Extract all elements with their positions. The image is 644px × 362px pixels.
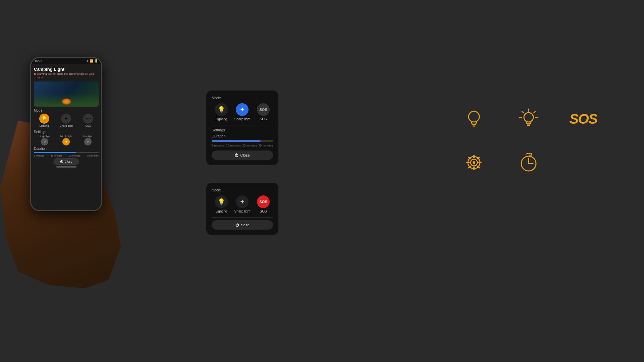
svg-line-6: [522, 111, 524, 113]
clock-duration-icon: [517, 151, 540, 174]
setting-low[interactable]: Low light ○: [77, 135, 99, 145]
popup-top-divider: [212, 125, 273, 125]
popup-top-sharp-icon: ✦: [236, 103, 249, 116]
phone-settings-label: Settings: [34, 130, 99, 134]
middle-label: Middle light: [60, 135, 72, 137]
height-label: Height light: [39, 135, 51, 137]
popup-top-sos-icon: SOS: [257, 103, 270, 116]
warning-text: Warning: Do not shine the camping light …: [37, 72, 99, 79]
phone-device: 16:20 ▾ 📶 🔋 Camping Light Warning: Do no…: [30, 57, 102, 211]
sharp-icon-circle: ✦: [61, 114, 71, 124]
popup-bottom-mode-row: 💡 Lighting ✦ Sharp light SOS SOS: [212, 195, 273, 213]
popup-bottom-sos[interactable]: SOS SOS: [257, 195, 270, 213]
phone-app-title: Camping Light: [34, 67, 99, 72]
popup-top-power-icon: ⏻: [235, 153, 238, 157]
lighting-label: Lighting: [40, 124, 49, 127]
low-knob[interactable]: ○: [84, 138, 92, 145]
popup-top-bar-track[interactable]: [212, 140, 273, 142]
popup-bottom-mode-label: mode: [212, 188, 273, 192]
popup-top-duration-label: Duration: [212, 134, 273, 138]
popup-top-lighting-label: Lighting: [215, 117, 227, 121]
sharp-label: Sharp light: [60, 124, 72, 127]
middle-knob[interactable]: ●: [62, 138, 70, 145]
warning-dot: [34, 73, 36, 75]
phone-warning-area: Warning: Do not shine the camping light …: [34, 72, 99, 79]
popup-top-sharp[interactable]: ✦ Sharp light: [234, 103, 251, 121]
popup-top-mode-row: 💡 Lighting ✦ Sharp light SOS SOS: [212, 103, 273, 121]
low-label: Low light: [83, 135, 93, 137]
popup-top-close-button[interactable]: ⏻ Close: [212, 150, 273, 160]
phone-settings-row: Height light ○ Middle light ● Low light …: [34, 135, 99, 145]
popup-top-settings-label: Settings: [212, 128, 273, 132]
popup-bottom-divider: [212, 217, 273, 218]
svg-line-4: [534, 111, 535, 113]
phone-home-bar: [56, 166, 76, 168]
phone-status-icons: ▾ 📶 🔋: [87, 59, 98, 63]
phone-time: 16:20: [35, 59, 42, 63]
phone-status-bar: 16:20 ▾ 📶 🔋: [31, 58, 101, 64]
phone-camping-image: [34, 81, 99, 107]
popup-top-bar-fill: [212, 140, 261, 142]
sos-label: SOS: [569, 111, 597, 127]
popup-bottom-sharp[interactable]: ✦ Sharp light: [234, 195, 251, 213]
duration-track[interactable]: [34, 152, 99, 153]
close-label: Close: [64, 160, 72, 163]
lighting-icon-circle: 💡: [39, 114, 49, 124]
setting-height[interactable]: Height light ○: [34, 135, 55, 145]
duration-labels: 5 minutes 10 minutes 20 minutes 30 minut…: [34, 155, 99, 157]
svg-point-21: [473, 161, 475, 164]
phone-content-area: Camping Light Warning: Do not shine the …: [31, 64, 101, 210]
lightbulb-outline-icon: [462, 107, 486, 131]
popup-top-lighting-icon: 💡: [215, 103, 228, 116]
popup-card-bottom: mode 💡 Lighting ✦ Sharp light SOS SOS ⏻ …: [206, 183, 278, 235]
sos-icon-circle: SOS: [83, 114, 93, 124]
popup-top-sharp-label: Sharp light: [234, 117, 251, 121]
phone-mode-sharp[interactable]: ✦ Sharp light: [60, 114, 72, 127]
svg-point-8: [524, 113, 533, 122]
height-knob[interactable]: ○: [41, 138, 48, 145]
popup-bottom-close-label: close: [241, 223, 250, 227]
svg-point-0: [469, 111, 479, 122]
popup-top-close-label: Close: [240, 153, 250, 157]
popup-bottom-sos-label: SOS: [260, 209, 267, 213]
phone-close-button[interactable]: ⏻ Close: [53, 158, 79, 165]
popup-top-sos[interactable]: SOS SOS: [257, 103, 270, 121]
phone-duration-label: Duration: [34, 147, 99, 150]
phone-duration-section: Duration 5 minutes 10 minutes 20 minutes…: [34, 147, 99, 157]
sos-label: SOS: [86, 124, 91, 127]
phone-mode-row: 💡 Lighting ✦ Sharp light SOS SOS: [34, 114, 99, 127]
popup-card-top: Mode 💡 Lighting ✦ Sharp light SOS SOS Se…: [206, 90, 278, 165]
power-icon: ⏻: [60, 160, 63, 163]
phone-mode-label: Mode: [34, 109, 99, 112]
popup-bottom-lighting[interactable]: 💡 Lighting: [215, 195, 228, 213]
popup-bottom-lighting-icon: 💡: [215, 195, 228, 208]
popup-bottom-sharp-label: Sharp light: [234, 209, 251, 213]
popup-top-mode-label: Mode: [212, 96, 273, 100]
popup-top-time-labels: 5 minutes 10 minutes 20 minutes 30 minut…: [212, 144, 273, 147]
popup-top-lighting[interactable]: 💡 Lighting: [215, 103, 228, 121]
setting-middle[interactable]: Middle light ●: [55, 135, 77, 145]
popup-bottom-lighting-label: Lighting: [215, 209, 227, 213]
phone-mode-lighting[interactable]: 💡 Lighting: [39, 114, 49, 127]
sos-text-icon: SOS: [569, 111, 597, 127]
popup-bottom-power-icon: ⏻: [235, 223, 239, 227]
popup-top-sos-label: SOS: [260, 117, 267, 121]
popup-bottom-close-button[interactable]: ⏻ close: [212, 220, 273, 230]
popup-bottom-sharp-icon: ✦: [236, 195, 249, 208]
lightbulb-rays-icon: [517, 107, 540, 131]
sun-gear-icon: [462, 151, 486, 174]
duration-fill: [34, 152, 76, 153]
popup-bottom-sos-icon: SOS: [257, 195, 270, 208]
icons-panel: SOS: [460, 107, 597, 174]
phone-mode-sos[interactable]: SOS SOS: [83, 114, 93, 127]
